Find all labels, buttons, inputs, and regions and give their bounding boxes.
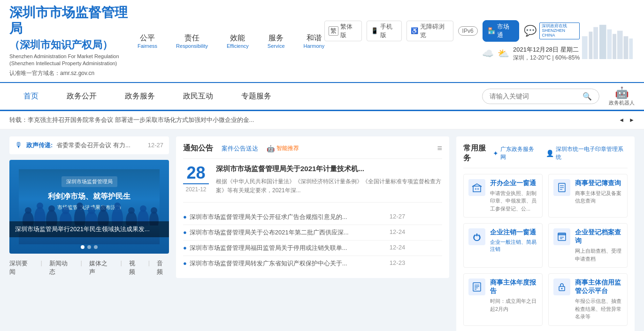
- notice-item-text[interactable]: 深圳市市场监督管理局关于公布2021年第二批广西供应深...: [190, 228, 387, 237]
- svg-point-14: [48, 205, 55, 212]
- logo-area: 深圳市市场监督管理局 （深圳市知识产权局） Shenzhen Administr…: [9, 5, 138, 77]
- archive-info: 企业登记档案查询 网上自助查档、受理申请查档: [575, 228, 622, 263]
- value-harmony[interactable]: 和谐 Harmony: [304, 33, 325, 49]
- slideshow: 深圳市场监督管理局 利剑净市场、就等护民生 市场监管 执法成果发布活动: [9, 160, 169, 254]
- slide-caption: 深圳市场监管局举行2021年民生领域执法成果发...: [9, 221, 169, 237]
- middle-column: 通知公告 案件公告送达 🤖 智能推荐 ≡ 28 2021-12 深圳市市场监督管…: [176, 136, 449, 331]
- svg-point-28: [140, 205, 146, 212]
- report-icon: [472, 282, 482, 292]
- credit-info: 商事主体信用监管公示平台 年报公示信息、抽查检查结果、经营异常名录等: [575, 278, 622, 321]
- notice-more[interactable]: ≡: [437, 143, 442, 153]
- nav-values: 公平 Fairness 责任 Responsibility 效能 Efficie…: [138, 33, 324, 49]
- notice-item-date: 12-23: [390, 259, 405, 266]
- nav-interaction[interactable]: 政民互动: [169, 83, 227, 110]
- search-input[interactable]: [490, 92, 583, 100]
- value-service[interactable]: 服务 Service: [268, 33, 285, 49]
- notice-tab-announcement[interactable]: 案件公告送达: [218, 143, 262, 154]
- notice-item-text[interactable]: 深圳市市场监督管理局关于公开征求广告合规指引意见的...: [190, 213, 387, 221]
- ticker-bar: 转载：李克强主持召开国务院常务会议 部署进一步采取市场化方式加强对中小微企业的金…: [0, 111, 644, 129]
- cancel-icon-box: [468, 228, 485, 245]
- nav-gov-open[interactable]: 政务公开: [53, 83, 111, 110]
- slide-dot-3[interactable]: [94, 245, 98, 249]
- person-icon: 👤: [546, 150, 554, 157]
- svg-rect-7: [624, 37, 629, 60]
- sun-icon: ⛅: [498, 48, 509, 59]
- news-link-audio[interactable]: 音频: [157, 259, 169, 276]
- notice-list: ● 深圳市市场监督管理局关于公开征求广告合规指引意见的... 12-27 ● 深…: [183, 210, 442, 271]
- list-item: ● 深圳市市场监督管理局关于公布2021年第二批广西供应深... 12-24: [183, 225, 442, 241]
- svg-rect-4: [607, 30, 612, 59]
- service-credit-platform[interactable]: 商事主体信用监管公示平台 年报公示信息、抽查检查结果、经营异常名录等: [548, 273, 628, 326]
- slide-dots: [81, 245, 98, 249]
- svg-point-10: [25, 207, 31, 214]
- svg-point-50: [561, 288, 563, 289]
- svg-rect-3: [599, 25, 606, 59]
- news-link-dynamics[interactable]: 新闻动态: [49, 259, 74, 276]
- ticker-next[interactable]: ►: [629, 117, 635, 123]
- archive-desc: 网上自助查档、受理申请查档: [575, 247, 622, 263]
- notice-item-text[interactable]: 深圳市市场监督管理局转发广东省知识产权保护中心关于...: [190, 259, 387, 268]
- bullet-icon: ●: [183, 213, 187, 220]
- svg-rect-33: [477, 188, 479, 190]
- slide-dot-2[interactable]: [87, 245, 91, 249]
- svg-rect-5: [613, 34, 616, 60]
- cancel-name: 企业注销一窗通: [490, 228, 537, 237]
- service-archive-query[interactable]: 企业登记档案查询 网上自助查档、受理申请查档: [548, 223, 628, 268]
- open-company-icon-box: [468, 179, 485, 196]
- notice-item-date: 12-24: [390, 244, 405, 251]
- common-service-links: ✦ 广东政务服务网 👤 深圳市统一电子印章管理系统: [493, 145, 628, 161]
- logo-en: Shenzhen Administration For Market Regul…: [9, 53, 138, 68]
- stamp-link[interactable]: 👤 深圳市统一电子印章管理系统: [546, 145, 628, 161]
- building-icon: [472, 182, 482, 193]
- ticker-prev[interactable]: ◄: [619, 117, 624, 123]
- news-link-shenzhen[interactable]: 深圳要闻: [9, 259, 34, 276]
- list-item: ● 深圳市市场监督管理局福田监管局关于停用或注销失联单... 12-24: [183, 241, 442, 256]
- value-efficiency[interactable]: 效能 Efficiency: [227, 33, 249, 49]
- date-ym: 2021-12: [183, 183, 209, 193]
- traditional-btn[interactable]: 繁 繁体版: [324, 21, 362, 41]
- search-icon[interactable]: 🔍: [583, 92, 592, 101]
- annual-desc: 时间：成立周年之日起2月内: [490, 297, 537, 313]
- nav-home[interactable]: 首页: [9, 83, 53, 111]
- shenzhen-logo: 深圳政府在线 SHENZHEN CHINA: [539, 23, 580, 39]
- svg-rect-32: [475, 188, 476, 190]
- market-btn[interactable]: 🏪 市场通: [483, 20, 520, 42]
- nav-gov-service[interactable]: 政务服务: [111, 83, 169, 110]
- slide-subtitle: 深圳市场监督管理局: [61, 176, 117, 187]
- featured-notice: 28 2021-12 深圳市市场监督管理局关于2021年计量技术机... 根据《…: [183, 165, 442, 203]
- svg-rect-2: [593, 27, 598, 59]
- cancel-subdesc: 企业一般注销、简易注销: [490, 239, 537, 253]
- nav-special[interactable]: 专题服务: [227, 83, 285, 110]
- service-biz-register[interactable]: 商事登记簿查询 商事主体登记及备案信息查询: [548, 174, 628, 218]
- list-item: ● 深圳市市场监督管理局转发广东省知识产权保护中心关于... 12-23: [183, 256, 442, 271]
- svg-point-18: [77, 203, 83, 209]
- service-annual-report[interactable]: 商事主体年度报告 时间：成立周年之日起2月内: [463, 273, 543, 326]
- news-link-video[interactable]: 视频: [129, 259, 141, 276]
- guangdong-link[interactable]: ✦ 广东政务服务网: [493, 145, 539, 161]
- service-open-company[interactable]: 开办企业一窗通 申请营业执照、刻制印章、申领发票、员工参保登记、公...: [463, 174, 543, 218]
- search-box: 🔍: [482, 89, 599, 104]
- mobile-btn[interactable]: 📱 手机版: [367, 21, 402, 41]
- power-icon: [472, 232, 482, 242]
- voice-text[interactable]: 省委常委会召开会议 有力...: [56, 141, 144, 150]
- slide-dot-1[interactable]: [81, 245, 84, 249]
- accessible-btn[interactable]: ♿ 无障碍浏览: [406, 21, 453, 41]
- value-fairness[interactable]: 公平 Fairness: [138, 33, 157, 49]
- market-icon: 🏪: [488, 27, 495, 34]
- robot-btn[interactable]: 🤖 政务机器人: [609, 86, 635, 106]
- bullet-icon: ●: [183, 244, 187, 251]
- header-right: 繁 繁体版 📱 手机版 ♿ 无障碍浏览 IPv6 🏪 市场通 💬 深圳政府在线 …: [324, 20, 580, 62]
- svg-rect-44: [473, 283, 481, 291]
- notice-item-text[interactable]: 深圳市市场监督管理局福田监管局关于停用或注销失联单...: [190, 244, 387, 252]
- news-link-media[interactable]: 媒体之声: [89, 259, 114, 276]
- service-company-cancel[interactable]: 企业注销一窗通 企业一般注销、简易注销: [463, 223, 543, 268]
- common-services: 常用服务 ✦ 广东政务服务网 👤 深圳市统一电子印章管理系统: [456, 136, 635, 331]
- ai-icon: 🤖: [267, 145, 275, 152]
- ipv6-btn[interactable]: IPv6: [458, 26, 478, 36]
- list-item: ● 深圳市市场监督管理局关于公开征求广告合规指引意见的... 12-27: [183, 210, 442, 225]
- notice-featured-title[interactable]: 深圳市市场监督管理局关于2021年计量技术机...: [216, 165, 442, 173]
- value-responsibility[interactable]: 责任 Responsibility: [176, 33, 208, 49]
- header-center: 公平 Fairness 责任 Responsibility 效能 Efficie…: [138, 33, 324, 49]
- accessible-icon: ♿: [411, 27, 418, 34]
- chat-icon[interactable]: 💬: [524, 25, 537, 37]
